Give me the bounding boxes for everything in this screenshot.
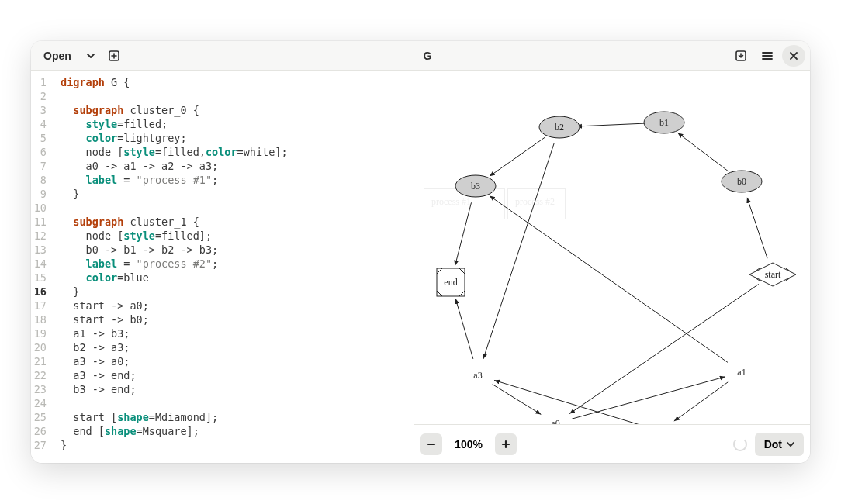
svg-text:a1: a1 — [737, 367, 746, 378]
engine-select-button[interactable]: Dot — [755, 433, 804, 456]
menu-button[interactable] — [756, 45, 779, 67]
svg-text:b1: b1 — [659, 117, 669, 128]
graph-edge-a3-a0 — [493, 385, 542, 415]
svg-text:a0: a0 — [551, 418, 559, 424]
svg-text:end: end — [444, 277, 457, 288]
header-bar: Open G — [31, 41, 810, 71]
graph-edge-b2-b3 — [490, 137, 545, 177]
close-icon — [789, 51, 798, 60]
save-icon — [735, 50, 747, 62]
graph-node-b1[interactable]: b1 — [644, 112, 684, 133]
graph-viewer: process #1 process #2 startenda0a1a2a3b0… — [414, 71, 810, 463]
svg-text:a3: a3 — [473, 370, 482, 381]
plus-icon — [501, 440, 510, 449]
graph-node-a1[interactable]: a1 — [737, 367, 746, 378]
close-button[interactable] — [782, 45, 805, 67]
graph-node-start[interactable]: start — [749, 263, 796, 286]
graph-node-b2[interactable]: b2 — [539, 116, 580, 138]
code-area[interactable]: digraph G { subgraph cluster_0 { style=f… — [53, 71, 414, 463]
app-window: Open G 123456789101112131415161718192021… — [31, 41, 810, 463]
zoom-out-button[interactable] — [420, 433, 442, 455]
render-spinner-icon — [733, 437, 747, 451]
window-title: G — [130, 50, 725, 62]
code-editor[interactable]: 1234567891011121314151617181920212223242… — [31, 71, 414, 463]
graph-node-a3[interactable]: a3 — [473, 370, 482, 381]
zoom-bar: 100% Dot — [414, 424, 810, 463]
svg-text:b0: b0 — [737, 176, 746, 187]
engine-label: Dot — [764, 438, 782, 450]
graph-canvas[interactable]: process #1 process #2 startenda0a1a2a3b0… — [414, 71, 810, 424]
graph-edge-a0-a1 — [572, 377, 725, 419]
graph-edge-a1-b3 — [490, 196, 728, 363]
graph-edge-b2-a3 — [483, 143, 554, 359]
graph-edge-b1-b2 — [576, 123, 647, 126]
header-right — [729, 45, 805, 67]
graph-edge-a2-a3 — [494, 380, 644, 424]
chevron-down-icon — [787, 440, 794, 448]
graph-edge-start-a0 — [569, 284, 759, 413]
graph-node-a0[interactable]: a0 — [551, 418, 559, 424]
svg-text:b3: b3 — [471, 181, 480, 192]
zoom-in-button[interactable] — [495, 433, 517, 455]
chevron-down-icon — [87, 52, 95, 60]
svg-text:b2: b2 — [555, 122, 564, 133]
graph-node-b0[interactable]: b0 — [722, 171, 762, 192]
graph-svg: startenda0a1a2a3b0b1b2b3 — [414, 71, 810, 424]
graph-edge-a3-end — [455, 299, 473, 359]
graph-edge-start-b0 — [747, 198, 767, 258]
graph-node-b3[interactable]: b3 — [455, 175, 496, 197]
content-split: 1234567891011121314151617181920212223242… — [31, 71, 810, 463]
line-gutter: 1234567891011121314151617181920212223242… — [31, 71, 53, 463]
graph-edge-b0-b1 — [678, 133, 729, 171]
new-tab-button[interactable] — [102, 45, 126, 67]
hamburger-icon — [761, 50, 774, 62]
new-tab-icon — [108, 50, 120, 62]
svg-text:start: start — [765, 269, 781, 280]
graph-node-end[interactable]: end — [437, 268, 465, 296]
open-dropdown-button[interactable] — [84, 45, 98, 67]
open-button[interactable]: Open — [36, 45, 79, 67]
graph-edge-b3-end — [455, 202, 471, 265]
minus-icon — [427, 440, 436, 449]
save-button[interactable] — [729, 45, 753, 67]
graph-edge-a1-a2 — [674, 382, 728, 421]
zoom-level-label: 100% — [450, 438, 487, 450]
